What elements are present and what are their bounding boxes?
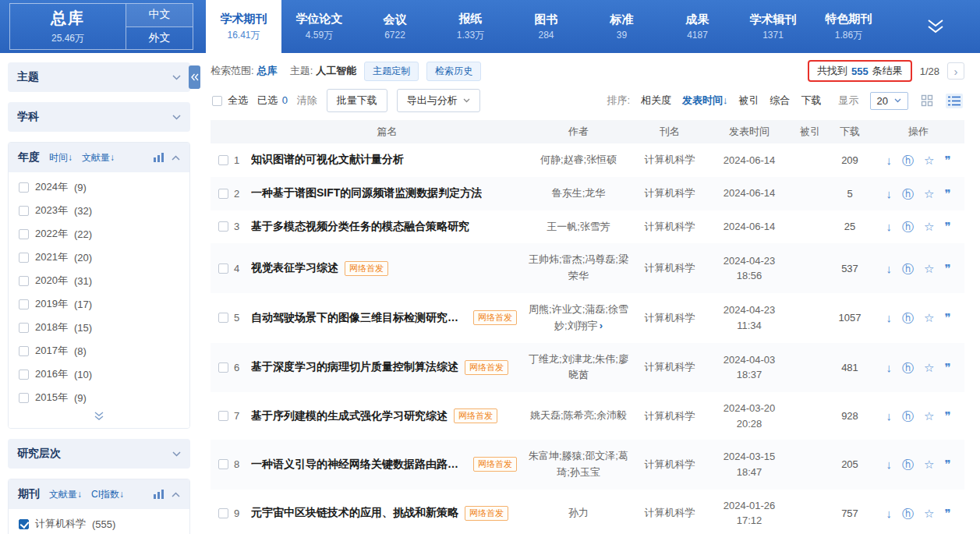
sort-by-doc-count-link[interactable]: 文献量↓ [82, 151, 115, 164]
facet-item[interactable]: 2017年 (8) [9, 339, 189, 362]
authors-expand-icon[interactable]: › [600, 320, 603, 331]
sort-option[interactable]: 相关度 [641, 94, 671, 108]
facet-item[interactable]: 2024年 (9) [9, 175, 189, 199]
facet-checkbox[interactable] [19, 323, 29, 333]
facet-item[interactable]: 2016年 (10) [9, 362, 189, 386]
sort-by-ci-index-link[interactable]: CI指数↓ [91, 488, 124, 501]
facet-checkbox[interactable] [19, 182, 29, 193]
database-tab[interactable]: 成果 4187 [660, 0, 735, 53]
batch-download-button[interactable]: 批量下载 [327, 89, 387, 112]
cite-icon[interactable]: ❞ [944, 410, 950, 422]
journal-link[interactable]: 计算机科学 [634, 409, 706, 423]
sort-option[interactable]: 下载 [801, 94, 822, 108]
cite-icon[interactable]: ❞ [944, 188, 950, 200]
lang-tab-foreign[interactable]: 外文 [126, 27, 193, 50]
journal-link[interactable]: 计算机科学 [634, 153, 706, 167]
sort-by-time-link[interactable]: 时间↓ [49, 151, 73, 164]
facet-checkbox[interactable] [19, 519, 29, 529]
article-title-link[interactable]: 知识图谱的可视化文献计量分析 [251, 153, 404, 167]
sort-option[interactable]: 发表时间↓ [682, 94, 728, 108]
facet-header-journal[interactable]: 期刊 文献量↓ CI指数↓ [9, 479, 189, 509]
row-checkbox[interactable] [218, 411, 228, 421]
authors-cell[interactable]: 王一帆;张雪芳 [523, 219, 634, 235]
html-icon[interactable]: ⓗ [902, 154, 914, 166]
select-all-control[interactable]: 全选 [212, 94, 248, 108]
article-title-link[interactable]: 一种语义引导的神经网络关键数据路由路径算法 [251, 458, 467, 472]
facet-item[interactable]: 2018年 (15) [9, 316, 189, 339]
facet-checkbox[interactable] [19, 253, 29, 263]
expand-databases-button[interactable] [924, 0, 947, 53]
article-title-link[interactable]: 基于深度学习的病理切片质量控制算法综述 [251, 360, 458, 374]
authors-cell[interactable]: 鲁东生;龙华 [523, 186, 634, 202]
html-icon[interactable]: ⓗ [902, 312, 914, 324]
database-tab[interactable]: 会议 6722 [357, 0, 433, 53]
journal-link[interactable]: 计算机科学 [634, 261, 706, 275]
journal-link[interactable]: 计算机科学 [634, 186, 706, 200]
cite-icon[interactable]: ❞ [944, 507, 950, 519]
facet-item[interactable]: 2019年 (17) [9, 292, 189, 316]
scope-value-link[interactable]: 总库 [257, 64, 278, 78]
html-icon[interactable]: ⓗ [902, 263, 914, 274]
download-icon[interactable]: ↓ [886, 263, 892, 274]
histogram-icon[interactable] [153, 490, 164, 499]
sidebar-collapse-button[interactable] [189, 65, 200, 89]
journal-link[interactable]: 计算机科学 [634, 220, 706, 234]
article-title-link[interactable]: 视觉表征学习综述 [251, 261, 338, 275]
authors-cell[interactable]: 孙力 [523, 505, 634, 522]
row-checkbox[interactable] [218, 508, 228, 518]
total-library-tab[interactable]: 总库 25.46万 [10, 4, 126, 49]
authors-cell[interactable]: 丁维龙;刘津龙;朱伟;廖晓茵 [523, 352, 634, 384]
favorite-icon[interactable]: ☆ [924, 263, 934, 274]
favorite-icon[interactable]: ☆ [924, 507, 934, 519]
database-tab[interactable]: 标准 39 [584, 0, 660, 53]
authors-cell[interactable]: 王帅炜;雷杰;冯尊磊;梁荣华 [523, 252, 634, 285]
download-icon[interactable]: ↓ [886, 312, 892, 324]
facet-checkbox[interactable] [19, 370, 29, 380]
facet-header-topic[interactable]: 主题 [8, 62, 190, 92]
download-icon[interactable]: ↓ [886, 458, 892, 470]
favorite-icon[interactable]: ☆ [924, 410, 934, 422]
select-all-checkbox[interactable] [212, 96, 222, 106]
facet-checkbox[interactable] [19, 276, 29, 286]
cite-icon[interactable]: ❞ [944, 458, 950, 470]
cite-icon[interactable]: ❞ [944, 312, 950, 324]
database-tab[interactable]: 学术期刊 16.41万 [206, 0, 281, 53]
histogram-icon[interactable] [153, 153, 164, 162]
authors-cell[interactable]: 周熊;许业文;蒲磊;徐雪妙;刘翔宇› [523, 302, 634, 334]
sort-by-doc-count-link[interactable]: 文献量↓ [49, 488, 82, 501]
facet-item[interactable]: 计算机科学 (555) [9, 512, 189, 534]
facet-item[interactable]: 2020年 (31) [9, 269, 189, 292]
database-tab[interactable]: 学术辑刊 1371 [735, 0, 811, 53]
html-icon[interactable]: ⓗ [902, 507, 914, 519]
cite-icon[interactable]: ❞ [944, 154, 950, 166]
favorite-icon[interactable]: ☆ [924, 312, 934, 324]
facet-item[interactable]: 2021年 (20) [9, 246, 189, 269]
facet-checkbox[interactable] [19, 393, 29, 403]
cite-icon[interactable]: ❞ [944, 263, 950, 274]
html-icon[interactable]: ⓗ [902, 221, 914, 232]
download-icon[interactable]: ↓ [886, 221, 892, 232]
search-history-button[interactable]: 检索历史 [426, 62, 481, 81]
html-icon[interactable]: ⓗ [902, 458, 914, 470]
authors-cell[interactable]: 朱富坤;滕猿;邵文泽;葛琦;孙玉宝 [523, 448, 634, 481]
database-tab[interactable]: 报纸 1.33万 [433, 0, 508, 53]
row-checkbox[interactable] [218, 313, 228, 323]
sort-option[interactable]: 被引 [739, 94, 759, 108]
selected-count[interactable]: 0 [282, 94, 288, 106]
export-analyze-button[interactable]: 导出与分析 [397, 89, 480, 112]
row-checkbox[interactable] [218, 189, 228, 199]
list-view-button[interactable] [946, 94, 963, 108]
facet-item[interactable]: 2023年 (32) [9, 199, 189, 222]
journal-link[interactable]: 计算机科学 [634, 458, 706, 472]
database-tab[interactable]: 学位论文 4.59万 [281, 0, 357, 53]
html-icon[interactable]: ⓗ [902, 410, 914, 422]
expand-more-years-button[interactable] [9, 409, 189, 426]
download-icon[interactable]: ↓ [886, 507, 892, 519]
next-page-button[interactable]: › [947, 62, 964, 80]
facet-header-research-level[interactable]: 研究层次 [8, 439, 190, 469]
facet-checkbox[interactable] [19, 206, 29, 216]
sort-option[interactable]: 综合 [770, 94, 791, 108]
favorite-icon[interactable]: ☆ [924, 221, 934, 232]
row-checkbox[interactable] [218, 155, 228, 165]
lang-tab-chinese[interactable]: 中文 [126, 4, 193, 27]
